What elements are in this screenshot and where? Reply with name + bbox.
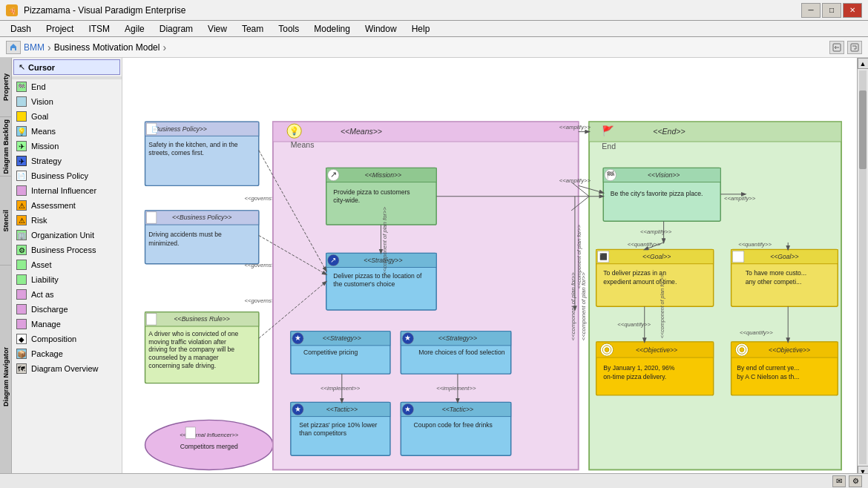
menubar: Dash Project ITSM Agile Diagram View Tea… — [0, 21, 868, 37]
sidebar-item-influencer[interactable]: Internal Influencer — [12, 183, 122, 198]
svg-text:<<amplify>>: <<amplify>> — [559, 124, 591, 131]
stencil-tab-label[interactable]: Stencil — [2, 210, 10, 232]
svg-text:Coupon code for free drinks: Coupon code for free drinks — [414, 421, 493, 429]
svg-text:driving for the company will b: driving for the company will be — [148, 346, 234, 353]
svg-text:<<Business Policy>>: <<Business Policy>> — [172, 214, 231, 221]
sidebar-item-orgunit[interactable]: 🏢 Organization Unit — [12, 228, 122, 243]
vscroll-track[interactable] — [859, 70, 867, 464]
svg-text:<<Goal>>: <<Goal>> — [770, 253, 798, 260]
orgunit-icon: 🏢 — [16, 230, 27, 240]
svg-text:streets, comes first.: streets, comes first. — [148, 149, 204, 156]
menu-project[interactable]: Project — [39, 22, 81, 36]
breadcrumb-fwd-btn[interactable] — [847, 41, 862, 54]
svg-text:💡: 💡 — [289, 126, 300, 136]
sidebar-manage-label: Manage — [31, 320, 61, 329]
end-icon: 🏁 — [16, 82, 27, 92]
svg-rect-15 — [146, 212, 156, 223]
liability-icon — [16, 274, 27, 285]
sidebar-item-goal[interactable]: Goal — [12, 109, 122, 124]
menu-dash[interactable]: Dash — [3, 22, 39, 36]
svg-text:Competitors merged: Competitors merged — [180, 443, 238, 450]
svg-rect-34 — [273, 122, 579, 142]
cursor-tool[interactable]: ↖ Cursor — [13, 59, 120, 75]
means-icon: 💡 — [16, 126, 27, 136]
close-button[interactable]: ✕ — [843, 3, 862, 18]
mail-icon[interactable]: ✉ — [832, 475, 846, 487]
vscroll-thumb[interactable] — [859, 90, 867, 169]
svg-text:To have more custo...: To have more custo... — [746, 269, 806, 277]
svg-text:<<amplify>>: <<amplify>> — [640, 228, 672, 235]
cursor-label: Cursor — [28, 63, 55, 72]
menu-tools[interactable]: Tools — [271, 22, 306, 36]
svg-text:<<End>>: <<End>> — [653, 127, 685, 136]
sidebar-assessment-label: Assessment — [31, 201, 76, 210]
vscroll-up-btn[interactable]: ▲ — [858, 58, 869, 69]
svg-text:To deliver pizzas in an: To deliver pizzas in an — [603, 269, 666, 277]
svg-text:<<Strategy>>: <<Strategy>> — [323, 334, 361, 342]
svg-text:concerning safe driving.: concerning safe driving. — [148, 362, 216, 369]
app-icon: 🍕 — [6, 4, 18, 16]
property-tab-label[interactable]: Property — [2, 73, 10, 101]
sidebar-item-end[interactable]: 🏁 End — [12, 79, 122, 94]
sidebar-goal-label: Goal — [31, 112, 48, 121]
sidebar-vision-label: Vision — [31, 97, 53, 106]
sidebar-means-label: Means — [31, 127, 56, 136]
svg-text:<<implement>>: <<implement>> — [320, 385, 361, 392]
breadcrumb-bmm[interactable]: BMM — [24, 42, 45, 53]
sidebar-item-composition[interactable]: ◆ Composition — [12, 332, 122, 346]
svg-text:End: End — [602, 142, 616, 151]
svg-text:<<Strategy>>: <<Strategy>> — [438, 334, 477, 342]
menu-team[interactable]: Team — [234, 22, 271, 36]
diagram-nav-tab-label[interactable]: Diagram Navigator — [2, 347, 10, 406]
sidebar-item-strategy[interactable]: ✈ Strategy — [12, 154, 122, 168]
sidebar-item-vision[interactable]: Vision — [12, 94, 122, 109]
breadcrumb-home-btn[interactable] — [6, 41, 21, 54]
menu-agile[interactable]: Agile — [117, 22, 152, 36]
sidebar-item-package[interactable]: 📦 Package — [12, 346, 122, 361]
menu-window[interactable]: Window — [358, 22, 404, 36]
svg-rect-118 — [733, 251, 744, 262]
sidebar-item-manage[interactable]: Manage — [12, 317, 122, 332]
assessment-icon: ⚠ — [16, 200, 27, 211]
mission-icon: ✈ — [16, 141, 27, 151]
sidebar-asset-label: Asset — [31, 260, 52, 269]
sidebar-item-overview[interactable]: 🗺 Diagram Overview — [12, 361, 122, 376]
sidebar-item-assessment[interactable]: ⚠ Assessment — [12, 198, 122, 213]
svg-text:★: ★ — [295, 334, 301, 342]
sidebar-item-risk[interactable]: ⚠ Risk — [12, 213, 122, 228]
svg-text:Safety in the kitchen, and in : Safety in the kitchen, and in the — [148, 141, 237, 148]
sidebar-item-asset[interactable]: Asset — [12, 257, 122, 272]
sidebar-item-liability[interactable]: Liability — [12, 272, 122, 287]
svg-text:Driving accidents must be: Driving accidents must be — [148, 231, 222, 238]
svg-text:🏁: 🏁 — [606, 171, 615, 179]
diagram-canvas[interactable]: <<Business Policy>> 📄 Safety in the kitc… — [122, 58, 857, 477]
sidebar-item-mission[interactable]: ✈ Mission — [12, 139, 122, 154]
svg-text:moving traffic violation after: moving traffic violation after — [148, 338, 226, 346]
minimize-button[interactable]: ─ — [801, 3, 821, 18]
sidebar-item-means[interactable]: 💡 Means — [12, 124, 122, 139]
maximize-button[interactable]: □ — [822, 3, 841, 18]
bprocess-icon: ⚙ — [16, 245, 27, 255]
menu-help[interactable]: Help — [404, 22, 438, 36]
backlog-tab-label[interactable]: Diagram Backlog — [2, 119, 10, 174]
composition-icon: ◆ — [16, 334, 27, 344]
risk-icon: ⚠ — [16, 215, 27, 225]
menu-view[interactable]: View — [200, 22, 234, 36]
sidebar-package-label: Package — [31, 349, 63, 358]
settings-icon[interactable]: ⚙ — [849, 475, 862, 487]
sidebar-item-bpolicy[interactable]: 📄 Business Policy — [12, 168, 122, 183]
svg-text:than competitors: than competitors — [299, 429, 346, 437]
vertical-scrollbar[interactable]: ▲ ▼ — [857, 58, 868, 477]
influencer-icon — [16, 185, 27, 196]
breadcrumb-back-btn[interactable] — [829, 41, 844, 54]
menu-itsm[interactable]: ITSM — [81, 22, 117, 36]
svg-text:counseled by a manager: counseled by a manager — [148, 354, 218, 361]
svg-text:<<quantify>>: <<quantify>> — [617, 321, 651, 328]
sidebar-item-discharge[interactable]: Discharge — [12, 302, 122, 317]
sidebar-item-actas[interactable]: Act as — [12, 287, 122, 302]
menu-diagram[interactable]: Diagram — [152, 22, 200, 36]
canvas-area[interactable]: <<Business Policy>> 📄 Safety in the kitc… — [122, 58, 868, 488]
menu-modeling[interactable]: Modeling — [306, 22, 358, 36]
sidebar-item-bprocess[interactable]: ⚙ Business Process — [12, 243, 122, 257]
svg-text:city-wide.: city-wide. — [333, 197, 360, 204]
